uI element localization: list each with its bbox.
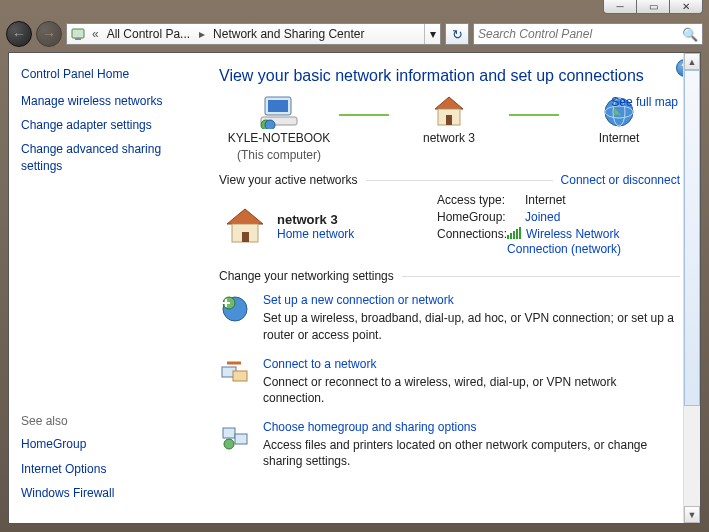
see-also-internet-options[interactable]: Internet Options <box>21 461 197 477</box>
chevron-right-icon[interactable]: ▸ <box>195 27 209 41</box>
setup-connection-icon <box>219 293 251 325</box>
scroll-up-button[interactable]: ▲ <box>684 53 700 70</box>
svg-rect-3 <box>268 100 288 112</box>
networking-settings-label: Change your networking settings <box>219 269 394 283</box>
address-bar[interactable]: « All Control Pa... ▸ Network and Sharin… <box>66 23 441 45</box>
back-button[interactable]: ← <box>6 21 32 47</box>
nav-bar: ← → « All Control Pa... ▸ Network and Sh… <box>0 18 709 50</box>
access-type-value: Internet <box>525 193 566 207</box>
homegroup-icon <box>219 420 251 452</box>
refresh-button[interactable]: ↻ <box>445 23 469 45</box>
sidebar-link-adapter-settings[interactable]: Change adapter settings <box>21 117 197 133</box>
svg-marker-7 <box>435 97 463 109</box>
svg-rect-23 <box>235 434 247 444</box>
breadcrumb-root[interactable]: All Control Pa... <box>103 24 195 44</box>
connections-value-link[interactable]: Wireless Network Connection (network) <box>507 227 680 256</box>
active-networks-label: View your active networks <box>219 173 358 187</box>
svg-rect-0 <box>72 29 84 38</box>
minimize-button[interactable]: ─ <box>603 0 637 14</box>
breadcrumb-overflow-icon[interactable]: « <box>88 27 103 41</box>
svg-rect-21 <box>233 371 247 381</box>
map-node-network: network 3 <box>389 95 509 163</box>
task-setup-connection: Set up a new connection or network Set u… <box>219 293 680 342</box>
computer-icon <box>259 95 299 129</box>
caption-bar: ─ ▭ ✕ <box>0 0 709 18</box>
active-network-type-link[interactable]: Home network <box>277 227 354 241</box>
task-list: Set up a new connection or network Set u… <box>219 293 680 469</box>
connect-network-icon <box>219 357 251 389</box>
homegroup-key: HomeGroup: <box>437 210 525 224</box>
house-icon <box>431 95 467 129</box>
svg-rect-9 <box>446 115 452 125</box>
task-connect-network-desc: Connect or reconnect to a wireless, wire… <box>263 374 680 406</box>
maximize-button[interactable]: ▭ <box>636 0 670 14</box>
svg-rect-1 <box>75 38 81 40</box>
sidebar-link-manage-wireless[interactable]: Manage wireless networks <box>21 93 197 109</box>
network-map: See full map KYLE-NOTEBOOK (This compute… <box>219 95 680 163</box>
svg-point-6 <box>265 120 275 129</box>
homegroup-value-link[interactable]: Joined <box>525 210 560 224</box>
close-button[interactable]: ✕ <box>669 0 703 14</box>
control-panel-home-link[interactable]: Control Panel Home <box>21 67 197 81</box>
connect-disconnect-link[interactable]: Connect or disconnect <box>561 173 680 187</box>
see-also-homegroup[interactable]: HomeGroup <box>21 436 197 452</box>
connections-key: Connections: <box>437 227 507 256</box>
networking-settings-heading: Change your networking settings <box>219 269 680 283</box>
svg-point-24 <box>224 439 234 449</box>
search-icon: 🔍 <box>682 27 698 42</box>
task-connect-network: Connect to a network Connect or reconnec… <box>219 357 680 406</box>
svg-marker-13 <box>227 209 263 224</box>
map-node-computer: KYLE-NOTEBOOK (This computer) <box>219 95 339 163</box>
map-computer-sub: (This computer) <box>237 148 321 163</box>
chevron-down-icon: ▾ <box>430 27 436 41</box>
forward-button[interactable]: → <box>36 21 62 47</box>
map-computer-label: KYLE-NOTEBOOK <box>228 131 331 146</box>
arrow-left-icon: ← <box>12 26 26 42</box>
see-full-map-link[interactable]: See full map <box>611 95 678 109</box>
task-homegroup-sharing-desc: Access files and printers located on oth… <box>263 437 680 469</box>
active-network-block: network 3 Home network Access type: Inte… <box>219 193 680 259</box>
map-network-label: network 3 <box>423 131 475 146</box>
active-network-name: network 3 <box>277 212 354 227</box>
window-frame: ─ ▭ ✕ ← → « All Control Pa... ▸ Network … <box>0 0 709 532</box>
active-networks-heading: View your active networks Connect or dis… <box>219 173 680 187</box>
active-network-identity: network 3 Home network <box>219 193 419 259</box>
access-type-key: Access type: <box>437 193 525 207</box>
see-also-windows-firewall[interactable]: Windows Firewall <box>21 485 197 501</box>
scrollbar[interactable]: ▲ ▼ <box>683 53 700 523</box>
page-title: View your basic network information and … <box>219 67 680 85</box>
breadcrumb-current[interactable]: Network and Sharing Center <box>209 24 369 44</box>
task-setup-connection-link[interactable]: Set up a new connection or network <box>263 293 680 307</box>
refresh-icon: ↻ <box>452 27 463 42</box>
scroll-thumb[interactable] <box>684 70 700 406</box>
sidebar-link-advanced-sharing[interactable]: Change advanced sharing settings <box>21 141 197 173</box>
scroll-down-button[interactable]: ▼ <box>684 506 700 523</box>
svg-rect-15 <box>242 232 249 242</box>
content-pane: ? View your basic network information an… <box>209 53 700 523</box>
house-icon <box>223 206 267 246</box>
task-connect-network-link[interactable]: Connect to a network <box>263 357 680 371</box>
map-link-1 <box>339 114 389 116</box>
signal-bars-icon <box>507 227 522 242</box>
svg-rect-22 <box>223 428 235 438</box>
task-setup-connection-desc: Set up a wireless, broadband, dial-up, a… <box>263 310 680 342</box>
active-network-details: Access type: Internet HomeGroup: Joined … <box>437 193 680 259</box>
control-panel-icon <box>70 26 86 42</box>
client-area: Control Panel Home Manage wireless netwo… <box>8 52 701 524</box>
search-box[interactable]: 🔍 <box>473 23 703 45</box>
rule <box>402 276 680 277</box>
map-internet-label: Internet <box>599 131 640 146</box>
sidebar: Control Panel Home Manage wireless netwo… <box>9 53 209 523</box>
address-dropdown-button[interactable]: ▾ <box>424 24 440 44</box>
task-homegroup-sharing: Choose homegroup and sharing options Acc… <box>219 420 680 469</box>
map-link-2 <box>509 114 559 116</box>
arrow-right-icon: → <box>42 26 56 42</box>
search-input[interactable] <box>478 27 680 41</box>
see-also-section: See also HomeGroup Internet Options Wind… <box>21 414 197 509</box>
rule <box>366 180 553 181</box>
svg-rect-19 <box>222 302 230 304</box>
task-homegroup-sharing-link[interactable]: Choose homegroup and sharing options <box>263 420 680 434</box>
see-also-heading: See also <box>21 414 197 428</box>
